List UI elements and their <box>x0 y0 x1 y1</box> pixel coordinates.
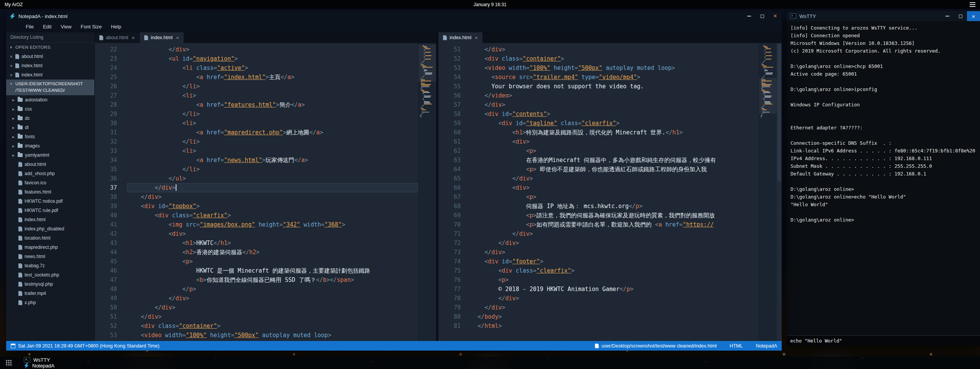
taskbar-item-wstty[interactable]: >_WsTTY <box>18 357 61 363</box>
line-number: 68 <box>438 202 461 211</box>
menu-item-help[interactable]: Help <box>107 22 125 31</box>
line-number: 31 <box>95 128 117 137</box>
close-icon[interactable]: × <box>9 63 13 69</box>
open-editors-section[interactable]: ▾ OPEN EDITORS <box>6 43 94 52</box>
file-item[interactable]: HKWTC notice.pdf <box>6 197 94 206</box>
code-line: </html> <box>471 321 759 331</box>
file-item[interactable]: add_vhost.php <box>6 169 94 178</box>
minimap[interactable] <box>759 43 777 341</box>
tab-index.html[interactable]: index.html× <box>438 32 483 43</box>
folder-label: css <box>25 106 32 112</box>
line-number: 24 <box>95 63 117 73</box>
status-language[interactable]: HTML <box>730 343 743 349</box>
folder-item[interactable]: ▸dc <box>6 114 94 123</box>
file-item[interactable]: testmysql.php <box>6 280 94 289</box>
menu-item-view[interactable]: View <box>56 22 76 31</box>
minimap-line <box>766 52 771 53</box>
chevron-right-icon: ▸ <box>12 134 15 139</box>
close-button[interactable]: × <box>967 11 980 21</box>
file-item[interactable]: favicon.ico <box>6 178 94 187</box>
minimize-button[interactable] <box>743 11 756 21</box>
file-item[interactable]: HKWTC rule.pdf <box>6 206 94 215</box>
code-area[interactable]: </div> <ul id="navigation"> <li class="a… <box>123 43 418 341</box>
file-item[interactable]: mapredirect.php <box>6 243 94 252</box>
minimap-line <box>764 54 765 55</box>
file-item[interactable]: x.php <box>6 298 94 307</box>
minimap-line <box>421 88 422 88</box>
terminal-output[interactable]: [info] Conencting to arozos WsTTY servic… <box>787 21 980 335</box>
open-editor-item[interactable]: ×about.html <box>6 52 94 61</box>
file-item[interactable]: test_sockets.php <box>6 270 94 280</box>
tab-close-icon[interactable]: × <box>176 35 179 41</box>
minimap-line <box>766 55 772 56</box>
minimap-line <box>423 98 424 99</box>
terminal-input[interactable]: echo "Hello World" <box>787 335 980 346</box>
file-item[interactable]: about.html <box>6 160 94 169</box>
code-line: <p> 即使你不是建築師，你也能透過紅石師或鐵路工程師的身份加入我 <box>471 165 759 174</box>
minimap-line <box>424 96 431 96</box>
wstty-titlebar[interactable]: >_ WsTTY × <box>787 11 980 21</box>
folder-item[interactable]: ▸css <box>6 104 94 114</box>
workspace-root[interactable]: ▾ USER:/DESKTOP/SCREENSHOT /TEST/WWW CLE… <box>6 79 94 95</box>
line-number: 76 <box>438 275 461 285</box>
close-button[interactable]: × <box>769 11 782 21</box>
file-label: about.html <box>25 162 46 167</box>
file-item[interactable]: teabag.7z <box>6 261 94 270</box>
tab-close-icon[interactable]: × <box>132 35 135 41</box>
tab-about.html[interactable]: about.html× <box>95 32 140 43</box>
file-item[interactable]: features.html <box>6 187 94 197</box>
chevron-down-icon: ▾ <box>9 45 13 50</box>
tab-index.html[interactable]: index.html× <box>140 32 184 43</box>
minimap-line <box>764 56 766 57</box>
line-number: 69 <box>438 211 461 220</box>
menu-item-font-size[interactable]: Font Size <box>76 22 106 31</box>
folder-item[interactable]: ▸autostation <box>6 95 94 104</box>
close-icon[interactable]: × <box>9 54 13 60</box>
open-editor-item[interactable]: ×index.html <box>6 70 94 79</box>
document-icon <box>595 344 599 348</box>
terminal-line: [info] Conencting to arozos WsTTY servic… <box>791 24 976 32</box>
minimize-button[interactable] <box>941 11 954 21</box>
folder-item[interactable]: ▸fonts <box>6 132 94 141</box>
file-item[interactable]: index.php_disabled <box>6 224 94 233</box>
minimap-line <box>764 69 767 70</box>
minimap-line <box>423 105 424 106</box>
menu-item-file[interactable]: File <box>21 22 38 31</box>
open-editor-label: index.html <box>21 63 43 68</box>
minimap-line <box>421 84 432 85</box>
minimap-viewport[interactable] <box>418 45 436 81</box>
code-area[interactable]: </div> <div class="container"> <video wi… <box>467 43 759 341</box>
taskbar-item-notepada[interactable]: NotepadA <box>18 363 61 369</box>
scrollbar-thumb[interactable] <box>777 44 781 181</box>
terminal-line: "Hello World" <box>791 201 976 208</box>
tab-close-icon[interactable]: × <box>475 35 478 41</box>
maximize-button[interactable] <box>756 11 769 21</box>
hamburger-menu-icon[interactable] <box>970 2 975 7</box>
maximize-button[interactable] <box>954 11 967 21</box>
folder-item[interactable]: ▸yamlyamlml <box>6 151 94 160</box>
menu-item-edit[interactable]: Edit <box>39 22 56 31</box>
file-icon <box>18 162 22 167</box>
code-line: 在香港的Minecraft 伺服器中，多為小遊戲和純生存的伺服器，較少擁有 <box>471 156 759 165</box>
minimap-line <box>422 109 426 110</box>
minimap-viewport[interactable] <box>759 78 777 114</box>
folder-item[interactable]: ▸images <box>6 141 94 151</box>
file-item[interactable]: location.html <box>6 233 94 243</box>
folder-item[interactable]: ▸dl <box>6 123 94 132</box>
file-icon <box>99 35 103 40</box>
file-item[interactable]: index.html <box>6 215 94 224</box>
file-item[interactable]: trailer.mp4 <box>6 289 94 298</box>
code-line: </li> <box>127 109 418 119</box>
close-icon[interactable]: × <box>9 72 13 78</box>
minimap[interactable] <box>418 43 436 341</box>
vertical-scrollbar[interactable] <box>777 43 782 341</box>
line-number: 51 <box>438 45 461 54</box>
code-line: © 2018 - 2019 HKWTC Animation Gamer</p> <box>471 285 759 294</box>
system-menu-label[interactable]: My ArOZ <box>5 2 23 7</box>
notepada-titlebar[interactable]: NotepadA - index.html × <box>6 11 782 21</box>
file-item[interactable]: news.html <box>6 252 94 261</box>
open-editor-item[interactable]: ×index.html <box>6 61 94 70</box>
app-launcher-icon[interactable] <box>0 357 18 369</box>
folder-icon <box>18 116 23 120</box>
file-label: add_vhost.php <box>25 171 55 176</box>
